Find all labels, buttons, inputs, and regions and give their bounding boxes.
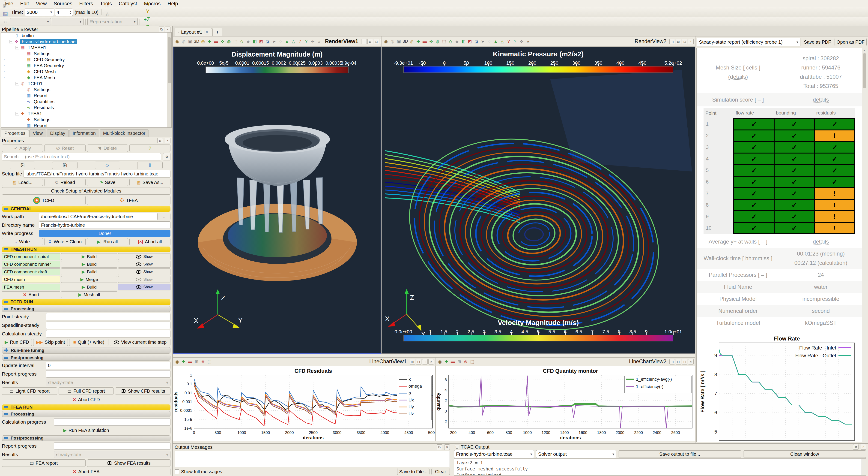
tcfd-processing-header[interactable]: Processing	[2, 306, 170, 312]
add-view-icon[interactable]: ✚	[443, 359, 450, 365]
work-path-input[interactable]	[39, 213, 158, 220]
frame-spinner[interactable]: 4▴▾	[55, 8, 73, 16]
capture-animation-icon[interactable]: ◎	[390, 38, 395, 44]
eye-icon[interactable]: ◔	[1, 70, 7, 73]
run-cfd-button[interactable]: ▶Run CFD	[2, 339, 32, 346]
interactive-points-icon[interactable]: ◪	[473, 38, 479, 44]
write-button[interactable]: ↓Write	[2, 238, 43, 245]
renderview2-canvas[interactable]: Z X Y Kinematic Pressure (m2/s2)-9.3e+01…	[381, 47, 695, 354]
hover-cells-icon[interactable]: ➤	[271, 38, 277, 44]
overflow-icon[interactable]: »	[316, 38, 322, 44]
toggle-3d-icon[interactable]: 3D	[193, 38, 199, 44]
pipeline-item-tmesh1[interactable]: −▦TMESH1	[1, 44, 172, 51]
show-button[interactable]: Show	[118, 284, 170, 290]
query-points-icon[interactable]: ?	[303, 38, 309, 44]
console-scrollbar[interactable]	[862, 459, 866, 475]
cfd-residuals-chart[interactable]: 0500100015002000250030003500400045005000…	[173, 366, 435, 441]
check-setup-button[interactable]: Check Setup of Activated Modules	[2, 187, 170, 195]
scalar-prev-icon[interactable]: ⇔	[1, 18, 9, 26]
select-chart-icon[interactable]: ⬚	[469, 359, 475, 365]
clean-window-button[interactable]: Clean window	[743, 450, 866, 458]
skip-point-button[interactable]: ▶▶Skip point	[33, 339, 68, 346]
close-panel-icon[interactable]: ×	[165, 138, 170, 143]
select-frustum-cells-icon[interactable]: ◇	[239, 38, 245, 44]
zoom-box-icon[interactable]: ◎	[200, 38, 206, 44]
tab-view[interactable]: View	[29, 129, 46, 137]
export-icon[interactable]: ⊞	[456, 359, 462, 365]
merge-button[interactable]: ▶Merge	[61, 276, 117, 283]
expander-icon[interactable]: −	[15, 82, 19, 85]
select-frustum-points-icon[interactable]: ◆	[245, 38, 251, 44]
camera-icon[interactable]: ▣	[396, 38, 402, 44]
zoom-box-icon[interactable]: ◎	[409, 38, 415, 44]
tfea-module-button[interactable]: ✣ TFEA	[87, 196, 171, 205]
show-full-messages-checkbox[interactable]	[175, 469, 179, 474]
export-icon[interactable]: ⊞	[193, 359, 199, 365]
add-layout-tab[interactable]: +	[212, 28, 222, 36]
shrink-selection-icon[interactable]: △	[499, 38, 505, 44]
tmesh-section-header[interactable]: TMESH RUN	[2, 246, 170, 252]
open-as-pdf-button[interactable]: Open as PDF	[835, 38, 867, 46]
warp-icon[interactable]: ◭	[103, 10, 111, 18]
close-panel-icon[interactable]: ×	[165, 27, 170, 32]
load-button[interactable]: ▨Load...	[2, 179, 43, 186]
pipeline-item-report[interactable]: ▥Report	[1, 123, 172, 128]
maximize-icon[interactable]: □	[422, 359, 428, 364]
menu-view[interactable]: View	[33, 0, 50, 7]
runtime-tuning-header[interactable]: ✚Run-time tuning	[2, 347, 170, 354]
plus-y-icon[interactable]: +Y	[142, 0, 152, 8]
menu-sources[interactable]: Sources	[51, 0, 76, 7]
close-panel-icon[interactable]: ×	[861, 444, 866, 450]
interactive-points-icon[interactable]: ◪	[265, 38, 271, 44]
abort-all-button[interactable]: |×|Abort all	[129, 238, 170, 245]
toggle-selection-icon[interactable]: ✜	[428, 38, 434, 44]
clear-selection-icon[interactable]: ✛	[519, 38, 525, 44]
write-clean-button[interactable]: ↧Write + Clean	[44, 238, 85, 245]
close-icon[interactable]: ×	[688, 39, 693, 44]
expander-icon[interactable]: −	[9, 40, 13, 43]
vcr-bar-icon[interactable]: ▮	[1, 0, 9, 2]
close-icon[interactable]: ×	[688, 359, 693, 364]
split-vertical-icon[interactable]: ⊟	[676, 359, 681, 364]
show-button[interactable]: Show	[118, 261, 170, 268]
renderview1-title[interactable]: RenderView1	[325, 38, 358, 44]
pipeline-item-tcfd1[interactable]: −◎TCFD1	[1, 81, 172, 87]
minus-y-icon[interactable]: -Y	[142, 8, 152, 16]
show-button[interactable]: Show	[118, 253, 170, 260]
add-view-icon[interactable]: ✚	[181, 359, 187, 365]
report-scrollbar[interactable]	[862, 48, 867, 442]
cfd-quantity-chart[interactable]: 2004006008001000120014001600180020002200…	[435, 366, 695, 441]
toggle-3d-icon[interactable]: 3D	[402, 38, 408, 44]
expander-icon[interactable]: −	[15, 112, 19, 115]
abort-cfd-button[interactable]: ✕Abort CFD	[2, 396, 170, 403]
report-select[interactable]: Steady-state report (efficiency probe 1)…	[697, 38, 800, 47]
renderview1-canvas[interactable]: Z X Y Displacement Magnitude (m)0.0e+005…	[173, 47, 381, 354]
solver-console[interactable]: layer2 = 1Surface meshed successfully!Su…	[454, 458, 866, 476]
capture-screenshot-icon[interactable]: ◉	[174, 38, 180, 44]
menu-edit[interactable]: Edit	[17, 0, 32, 7]
full-cfd-report-button[interactable]: ▤Full CFD report	[59, 387, 114, 395]
capture-screenshot-icon[interactable]: ◉	[383, 38, 389, 44]
renderview2-title[interactable]: RenderView2	[634, 38, 666, 44]
select-surface-points-icon[interactable]: ⬚	[232, 38, 238, 44]
split-vertical-icon[interactable]: ⊟	[368, 39, 373, 44]
menu-catalyst[interactable]: Catalyst	[116, 0, 140, 7]
select-block-icon[interactable]: ◧	[252, 38, 258, 44]
build-button[interactable]: ▶Build	[61, 268, 117, 275]
select-chart-icon[interactable]: ⬚	[207, 359, 212, 365]
capture-screenshot-icon[interactable]: ◉	[174, 359, 180, 365]
split-vertical-icon[interactable]: ⊟	[676, 39, 681, 44]
pipeline-item-fea-geometry[interactable]: ◔▦FEA Geometry	[1, 63, 172, 68]
delete-button[interactable]: ✖Delete	[87, 145, 128, 152]
general-section-header[interactable]: GENERAL	[2, 206, 170, 212]
query-cells-icon[interactable]: ?	[297, 38, 303, 44]
pipeline-item-report[interactable]: ▥Report	[1, 93, 172, 98]
split-horizontal-icon[interactable]: ◫	[670, 359, 675, 364]
gear-icon[interactable]: ⚙	[163, 153, 170, 160]
float-panel-icon[interactable]: ⧉	[853, 444, 859, 450]
tfea-postprocessing-header[interactable]: Postprocessing	[2, 435, 170, 441]
show-button[interactable]: Show	[118, 268, 170, 275]
stream-tracer-icon[interactable]: ≋	[103, 2, 111, 10]
reset-button[interactable]: ∅Reset	[44, 145, 85, 152]
shrink-selection-icon[interactable]: △	[290, 38, 297, 44]
